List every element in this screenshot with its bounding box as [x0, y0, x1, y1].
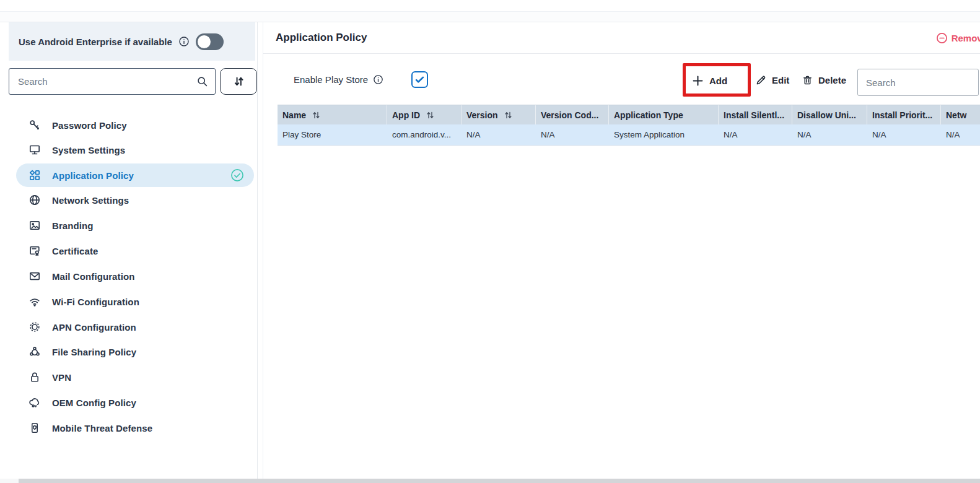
sidebar-item-apn-configuration[interactable]: APN Configuration — [9, 315, 255, 339]
mail-icon — [28, 270, 41, 282]
sidebar-item-password-policy[interactable]: Password Policy — [9, 113, 255, 137]
column-header-version[interactable]: Version — [462, 105, 536, 124]
sidebar-item-application-policy[interactable]: Application Policy — [16, 163, 254, 187]
cloud-key-icon — [28, 396, 41, 409]
sidebar-item-label: Wi-Fi Configuration — [52, 297, 139, 307]
sidebar-item-label: System Settings — [52, 145, 125, 155]
cell-version-code: N/A — [536, 130, 609, 139]
sidebar-item-label: APN Configuration — [52, 322, 136, 333]
sort-icon[interactable] — [312, 111, 320, 120]
page-title: Application Policy — [276, 32, 367, 44]
gear-icon — [28, 321, 41, 333]
plus-icon — [691, 74, 704, 87]
cell-network: N/A — [941, 130, 980, 139]
sidebar-item-label: Network Settings — [52, 195, 129, 206]
table-header-row: Name App ID Version Version Cod... Appli… — [278, 105, 980, 124]
android-enterprise-label: Use Android Enterprise if available — [19, 37, 172, 47]
cell-application-type: System Application — [609, 130, 719, 139]
sidebar-item-certificate[interactable]: Certificate — [9, 239, 255, 263]
sidebar-item-system-settings[interactable]: System Settings — [9, 138, 255, 162]
info-icon[interactable] — [373, 74, 383, 85]
enable-play-store-checkbox[interactable] — [411, 71, 428, 88]
app-grid-icon — [28, 169, 41, 181]
remove-label: Remove — [952, 33, 980, 43]
column-header-disallow-uninstall[interactable]: Disallow Uni... — [792, 105, 867, 124]
sidebar-item-label: File Sharing Policy — [52, 347, 136, 357]
sidebar-item-label: Mobile Threat Defense — [52, 423, 152, 433]
table-search-box — [857, 69, 979, 96]
search-icon[interactable] — [196, 76, 209, 88]
sort-icon[interactable] — [426, 111, 434, 120]
sidebar-item-label: Mail Configuration — [52, 271, 134, 282]
cell-install-priority: N/A — [867, 130, 941, 139]
android-enterprise-toggle[interactable] — [196, 33, 224, 50]
checkmark-icon — [414, 74, 426, 85]
pencil-icon — [755, 74, 767, 86]
sidebar-item-oem-config-policy[interactable]: OEM Config Policy — [9, 391, 255, 414]
sidebar-item-vpn[interactable]: VPN — [9, 365, 255, 389]
phone-shield-icon — [28, 422, 41, 434]
info-icon[interactable] — [178, 36, 190, 47]
enable-play-store-row: Enable Play Store — [294, 74, 383, 85]
monitor-icon — [28, 144, 41, 156]
sidebar-item-mobile-threat-defense[interactable]: Mobile Threat Defense — [9, 416, 255, 440]
key-icon — [28, 119, 41, 131]
sidebar-item-mail-configuration[interactable]: Mail Configuration — [9, 264, 255, 288]
top-band — [0, 12, 980, 22]
column-header-application-type[interactable]: Application Type — [609, 105, 719, 124]
sidebar-sort-button[interactable] — [220, 68, 257, 95]
column-header-name[interactable]: Name — [278, 105, 387, 124]
cell-app-id: com.android.v... — [387, 130, 462, 139]
policy-editor-screen: Use Android Enterprise if available Pass… — [0, 0, 980, 483]
delete-button[interactable]: Delete — [802, 74, 846, 86]
sidebar-item-label: Branding — [52, 220, 94, 231]
edit-label: Edit — [772, 75, 789, 85]
add-button[interactable]: Add — [691, 74, 727, 87]
table-search-input[interactable] — [866, 77, 980, 88]
wifi-icon — [28, 295, 41, 308]
sidebar-item-wifi-configuration[interactable]: Wi-Fi Configuration — [9, 290, 255, 313]
remove-button[interactable]: Remove — [936, 32, 980, 44]
sidebar-item-label: Application Policy — [52, 170, 134, 181]
sidebar-item-label: Password Policy — [52, 120, 127, 131]
sort-icon[interactable] — [504, 111, 512, 120]
edit-button[interactable]: Edit — [755, 74, 789, 86]
application-policy-panel: Application Policy Remove Enable Play St… — [263, 22, 980, 479]
share-icon — [28, 346, 41, 358]
sidebar-search-box — [9, 68, 216, 95]
image-icon — [28, 219, 41, 232]
configured-check-icon — [230, 168, 244, 182]
title-divider — [263, 53, 980, 54]
minus-circle-icon — [936, 32, 948, 44]
sidebar-item-branding[interactable]: Branding — [9, 214, 255, 237]
column-header-version-code[interactable]: Version Cod... — [536, 105, 609, 124]
cell-version: N/A — [462, 130, 536, 139]
column-header-app-id[interactable]: App ID — [387, 105, 462, 124]
sidebar-search-input[interactable] — [18, 76, 196, 87]
sidebar-item-label: Certificate — [52, 246, 98, 256]
sort-arrows-icon — [232, 75, 245, 88]
horizontal-scrollbar-thumb[interactable] — [19, 479, 980, 483]
toggle-knob — [198, 35, 211, 48]
globe-icon — [28, 194, 41, 206]
lock-icon — [28, 371, 41, 383]
cell-disallow-uninstall: N/A — [792, 130, 867, 139]
sidebar-item-file-sharing-policy[interactable]: File Sharing Policy — [9, 340, 255, 363]
trash-icon — [802, 74, 813, 86]
column-header-network[interactable]: Netw — [941, 105, 980, 124]
column-header-install-priority[interactable]: Install Priorit... — [867, 105, 941, 124]
android-enterprise-setting: Use Android Enterprise if available — [9, 22, 255, 61]
cell-install-silently: N/A — [719, 130, 792, 139]
certificate-icon — [28, 245, 41, 257]
cell-name: Play Store — [278, 130, 387, 139]
sidebar-item-label: VPN — [52, 372, 71, 383]
app-table: Name App ID Version Version Cod... Appli… — [278, 105, 980, 146]
table-row[interactable]: Play Store com.android.v... N/A N/A Syst… — [278, 124, 980, 146]
delete-label: Delete — [818, 75, 846, 85]
policy-sidebar: Use Android Enterprise if available Pass… — [7, 22, 258, 479]
enable-play-store-label: Enable Play Store — [294, 74, 368, 85]
sidebar-item-label: OEM Config Policy — [52, 398, 136, 408]
column-header-install-silently[interactable]: Install Silentl... — [719, 105, 792, 124]
sidebar-item-network-settings[interactable]: Network Settings — [9, 188, 255, 212]
add-label: Add — [709, 76, 727, 86]
